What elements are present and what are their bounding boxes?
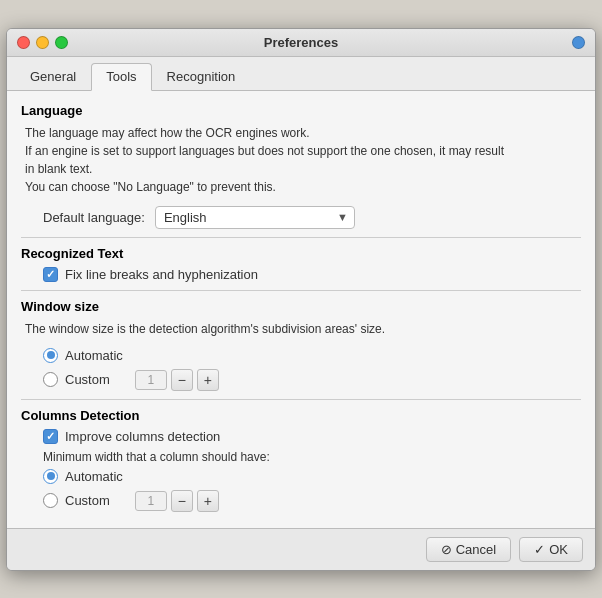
separator-1 <box>21 237 581 238</box>
columns-automatic-row: Automatic <box>21 469 581 484</box>
window-size-description: The window size is the detection algorit… <box>21 320 581 338</box>
close-button[interactable] <box>17 36 30 49</box>
minimize-button[interactable] <box>36 36 49 49</box>
tab-recognition[interactable]: Recognition <box>152 63 251 90</box>
window-size-title: Window size <box>21 299 581 314</box>
window-size-custom-radio[interactable] <box>43 372 58 387</box>
tabs-bar: General Tools Recognition <box>7 57 595 91</box>
language-section: Language The language may affect how the… <box>21 103 581 229</box>
columns-custom-row: Custom − + <box>21 490 581 512</box>
columns-automatic-label: Automatic <box>65 469 123 484</box>
ok-button[interactable]: ✓ OK <box>519 537 583 562</box>
window-size-decrement[interactable]: − <box>171 369 193 391</box>
default-language-label: Default language: <box>43 210 145 225</box>
window-size-custom-label: Custom <box>65 372 110 387</box>
columns-custom-radio[interactable] <box>43 493 58 508</box>
cancel-icon: ⊘ <box>441 542 452 557</box>
window-title: Preferences <box>264 35 338 50</box>
window-size-spinner: − + <box>135 369 219 391</box>
fix-line-breaks-label: Fix line breaks and hyphenization <box>65 267 258 282</box>
recognized-text-title: Recognized Text <box>21 246 581 261</box>
window-size-automatic-label: Automatic <box>65 348 123 363</box>
language-dropdown[interactable]: English No Language French German Spanis… <box>155 206 355 229</box>
columns-automatic-radio[interactable] <box>43 469 58 484</box>
columns-input[interactable] <box>135 491 167 511</box>
preferences-window: Preferences General Tools Recognition La… <box>6 28 596 571</box>
fix-line-breaks-checkbox[interactable] <box>43 267 58 282</box>
window-size-automatic-row: Automatic <box>21 348 581 363</box>
window-size-automatic-radio[interactable] <box>43 348 58 363</box>
fix-line-breaks-row: Fix line breaks and hyphenization <box>21 267 581 282</box>
columns-increment[interactable]: + <box>197 490 219 512</box>
titlebar: Preferences <box>7 29 595 57</box>
improve-columns-checkbox[interactable] <box>43 429 58 444</box>
titlebar-buttons <box>17 36 68 49</box>
language-section-title: Language <box>21 103 581 118</box>
window-size-input[interactable] <box>135 370 167 390</box>
separator-2 <box>21 290 581 291</box>
tab-general[interactable]: General <box>15 63 91 90</box>
separator-3 <box>21 399 581 400</box>
ok-label: OK <box>549 542 568 557</box>
columns-custom-label: Custom <box>65 493 110 508</box>
maximize-button[interactable] <box>55 36 68 49</box>
tab-content: Language The language may affect how the… <box>7 91 595 528</box>
cancel-button[interactable]: ⊘ Cancel <box>426 537 511 562</box>
improve-columns-row: Improve columns detection <box>21 429 581 444</box>
columns-detection-title: Columns Detection <box>21 408 581 423</box>
default-language-row: Default language: English No Language Fr… <box>21 206 581 229</box>
help-button[interactable] <box>572 36 585 49</box>
columns-spinner: − + <box>135 490 219 512</box>
columns-decrement[interactable]: − <box>171 490 193 512</box>
tab-tools[interactable]: Tools <box>91 63 151 91</box>
language-dropdown-wrapper: English No Language French German Spanis… <box>155 206 355 229</box>
window-size-custom-row: Custom − + <box>21 369 581 391</box>
min-width-label: Minimum width that a column should have: <box>21 450 581 464</box>
window-size-section: Window size The window size is the detec… <box>21 299 581 391</box>
window-size-increment[interactable]: + <box>197 369 219 391</box>
footer: ⊘ Cancel ✓ OK <box>7 528 595 570</box>
cancel-label: Cancel <box>456 542 496 557</box>
ok-icon: ✓ <box>534 542 545 557</box>
columns-detection-section: Columns Detection Improve columns detect… <box>21 408 581 512</box>
recognized-text-section: Recognized Text Fix line breaks and hyph… <box>21 246 581 282</box>
improve-columns-label: Improve columns detection <box>65 429 220 444</box>
language-info: The language may affect how the OCR engi… <box>21 124 581 196</box>
